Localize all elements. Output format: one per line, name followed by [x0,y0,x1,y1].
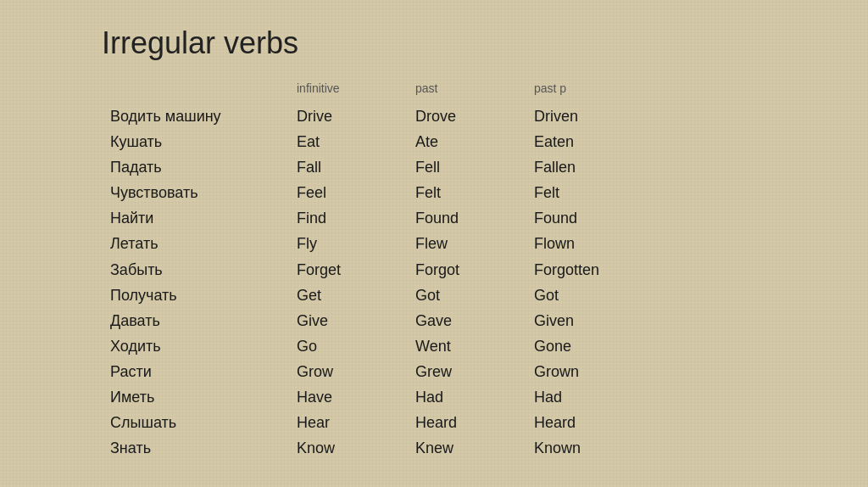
table-row: ПадатьFallFellFallen [102,154,817,180]
col-header-past: past [415,81,534,95]
verb-table: infinitive past past p Водить машинуDriv… [102,81,817,461]
table-row: СлышатьHearHeardHeard [102,410,817,435]
cell-pastp: Forgotten [534,259,687,281]
page: Irregular verbs infinitive past past p В… [0,0,868,487]
cell-past: Found [415,207,534,229]
cell-past: Forgot [415,259,534,281]
cell-pastp: Driven [534,105,687,127]
cell-russian: Кушать [110,131,297,153]
table-row: ЛетатьFlyFlewFlown [102,231,817,256]
cell-russian: Найти [110,207,297,229]
cell-pastp: Heard [534,411,687,434]
cell-infinitive: Know [297,437,415,459]
cell-pastp: Grown [534,361,687,383]
cell-pastp: Flown [534,232,687,255]
cell-pastp: Got [534,284,687,306]
table-row: ЗабытьForgetForgotForgotten [102,257,817,283]
cell-russian: Забыть [110,259,297,281]
page-title: Irregular verbs [102,25,817,61]
cell-russian: Слышать [110,411,297,434]
table-row: НайтиFindFoundFound [102,205,817,231]
cell-russian: Ходить [110,335,297,357]
cell-pastp: Gone [534,335,687,357]
cell-russian: Падать [110,156,297,178]
cell-pastp: Known [534,437,687,459]
cell-past: Grew [415,361,534,383]
table-row: ПолучатьGetGotGot [102,283,817,308]
cell-infinitive: Feel [297,182,415,204]
table-row: ЧувствоватьFeelFeltFelt [102,180,817,205]
col-header-infinitive: infinitive [297,81,415,95]
cell-past: Drove [415,105,534,127]
cell-russian: Летать [110,232,297,255]
cell-russian: Иметь [110,386,297,408]
cell-infinitive: Find [297,207,415,229]
cell-infinitive: Grow [297,361,415,383]
cell-pastp: Had [534,386,687,408]
cell-past: Fell [415,156,534,178]
table-header: infinitive past past p [102,81,817,95]
table-row: Водить машинуDriveDroveDriven [102,104,817,129]
cell-infinitive: Give [297,310,415,332]
cell-pastp: Fallen [534,156,687,178]
cell-russian: Давать [110,310,297,332]
cell-infinitive: Eat [297,131,415,153]
cell-infinitive: Forget [297,259,415,281]
table-row: КушатьEatAteEaten [102,129,817,154]
cell-russian: Расти [110,361,297,383]
cell-pastp: Given [534,310,687,332]
cell-russian: Водить машину [110,105,297,127]
cell-russian: Чувствовать [110,182,297,204]
table-row: ЗнатьKnowKnewKnown [102,435,817,461]
cell-past: Heard [415,411,534,434]
cell-infinitive: Hear [297,411,415,434]
cell-pastp: Found [534,207,687,229]
cell-russian: Знать [110,437,297,459]
cell-past: Knew [415,437,534,459]
table-body: Водить машинуDriveDroveDrivenКушатьEatAt… [102,104,817,461]
cell-infinitive: Fly [297,232,415,255]
table-row: ИметьHaveHadHad [102,384,817,410]
cell-past: Had [415,386,534,408]
cell-past: Felt [415,182,534,204]
cell-infinitive: Have [297,386,415,408]
table-row: РастиGrowGrewGrown [102,359,817,384]
table-row: ДаватьGiveGaveGiven [102,308,817,333]
cell-pastp: Eaten [534,131,687,153]
cell-past: Gave [415,310,534,332]
cell-russian: Получать [110,284,297,306]
cell-past: Ate [415,131,534,153]
cell-past: Flew [415,232,534,255]
cell-infinitive: Fall [297,156,415,178]
cell-infinitive: Go [297,335,415,357]
table-row: ХодитьGoWentGone [102,333,817,359]
cell-past: Went [415,335,534,357]
cell-infinitive: Get [297,284,415,306]
cell-infinitive: Drive [297,105,415,127]
col-header-pastp: past p [534,81,687,95]
cell-pastp: Felt [534,182,687,204]
cell-past: Got [415,284,534,306]
